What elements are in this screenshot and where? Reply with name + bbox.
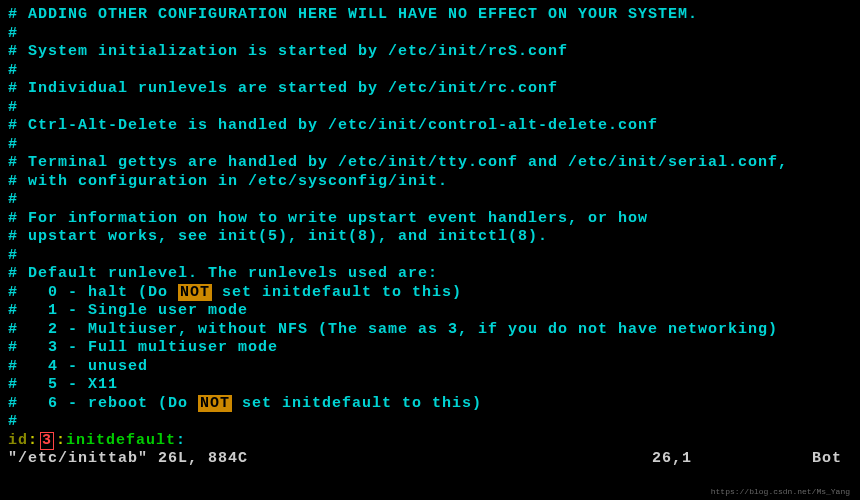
runlevel-1-line: # 1 - Single user mode xyxy=(8,302,852,321)
runlevel-text: set initdefault to this) xyxy=(232,395,482,412)
not-highlight: NOT xyxy=(178,284,212,301)
separator-colon: : xyxy=(176,432,186,449)
vi-status-line: "/etc/inittab" 26L, 884C 26,1 Bot xyxy=(8,450,852,469)
comment-line: # xyxy=(8,99,852,118)
file-info: "/etc/inittab" 26L, 884C xyxy=(8,450,652,469)
runlevel-text: # 0 - halt (Do xyxy=(8,284,178,301)
not-highlight: NOT xyxy=(198,395,232,412)
comment-line: # Default runlevel. The runlevels used a… xyxy=(8,265,852,284)
comment-line: # For information on how to write upstar… xyxy=(8,210,852,229)
cursor-position: 26,1 xyxy=(652,450,772,469)
inittab-default-line: id:3:initdefault: xyxy=(8,432,852,451)
scroll-position: Bot xyxy=(772,450,852,469)
comment-line: # System initialization is started by /e… xyxy=(8,43,852,62)
comment-line: # Ctrl-Alt-Delete is handled by /etc/ini… xyxy=(8,117,852,136)
runlevel-value: 3 xyxy=(42,432,52,449)
runlevel-0-line: # 0 - halt (Do NOT set initdefault to th… xyxy=(8,284,852,303)
runlevel-6-line: # 6 - reboot (Do NOT set initdefault to … xyxy=(8,395,852,414)
runlevel-value-box: 3 xyxy=(40,432,54,450)
comment-line: # Terminal gettys are handled by /etc/in… xyxy=(8,154,852,173)
comment-line: # ADDING OTHER CONFIGURATION HERE WILL H… xyxy=(8,6,852,25)
terminal-viewport[interactable]: # ADDING OTHER CONFIGURATION HERE WILL H… xyxy=(0,0,860,475)
id-label: id xyxy=(8,432,28,449)
runlevel-4-line: # 4 - unused xyxy=(8,358,852,377)
comment-line: # xyxy=(8,247,852,266)
comment-line: # with configuration in /etc/sysconfig/i… xyxy=(8,173,852,192)
separator-colon: : xyxy=(28,432,38,449)
runlevel-text: set initdefault to this) xyxy=(212,284,462,301)
runlevel-2-line: # 2 - Multiuser, without NFS (The same a… xyxy=(8,321,852,340)
comment-line: # xyxy=(8,62,852,81)
runlevel-5-line: # 5 - X11 xyxy=(8,376,852,395)
initdefault-action: initdefault xyxy=(66,432,176,449)
comment-line: # xyxy=(8,25,852,44)
runlevel-3-line: # 3 - Full multiuser mode xyxy=(8,339,852,358)
runlevel-text: # 6 - reboot (Do xyxy=(8,395,198,412)
watermark-text: https://blog.csdn.net/Ms_Yang xyxy=(711,487,850,496)
comment-line: # Individual runlevels are started by /e… xyxy=(8,80,852,99)
separator-colon: : xyxy=(56,432,66,449)
comment-line: # xyxy=(8,413,852,432)
comment-line: # upstart works, see init(5), init(8), a… xyxy=(8,228,852,247)
comment-line: # xyxy=(8,191,852,210)
comment-line: # xyxy=(8,136,852,155)
